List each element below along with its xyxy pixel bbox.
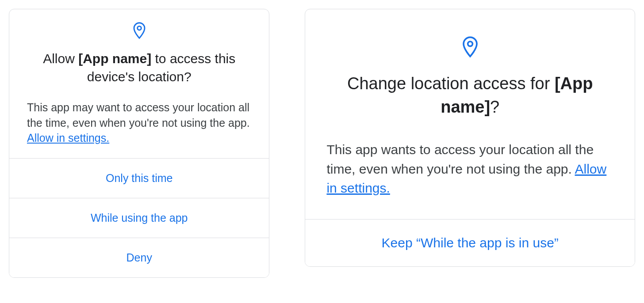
dialog-title: Change location access for [App name]? [326,72,613,119]
permission-dialog-allow: Allow [App name] to access this device's… [9,9,269,278]
title-app-name: [App name] [78,51,151,66]
deny-button[interactable]: Deny [9,238,269,277]
dialog-body: This app wants to access your location a… [305,140,635,219]
allow-in-settings-link[interactable]: Allow in settings. [27,132,109,144]
permission-dialog-change: Change location access for [App name]? T… [305,9,635,267]
keep-while-in-use-button[interactable]: Keep “While the app is in use” [305,219,635,266]
body-text: This app wants to access your location a… [326,142,594,176]
dialog-header: Allow [App name] to access this device's… [9,9,269,100]
dialog-buttons: Only this time While using the app Deny [9,158,269,277]
title-suffix: ? [490,98,499,116]
only-this-time-button[interactable]: Only this time [9,158,269,198]
location-icon [132,22,146,41]
svg-point-1 [468,42,472,46]
dialog-body: This app may want to access your locatio… [9,100,269,158]
while-using-app-button[interactable]: While using the app [9,198,269,238]
title-prefix: Allow [43,51,78,66]
title-prefix: Change location access for [347,74,555,93]
location-icon [461,36,479,60]
dialog-header: Change location access for [App name]? [305,9,635,140]
svg-point-0 [137,26,141,30]
body-text: This app may want to access your locatio… [27,101,250,129]
dialog-title: Allow [App name] to access this device's… [27,50,251,86]
dialog-buttons: Keep “While the app is in use” [305,219,635,266]
